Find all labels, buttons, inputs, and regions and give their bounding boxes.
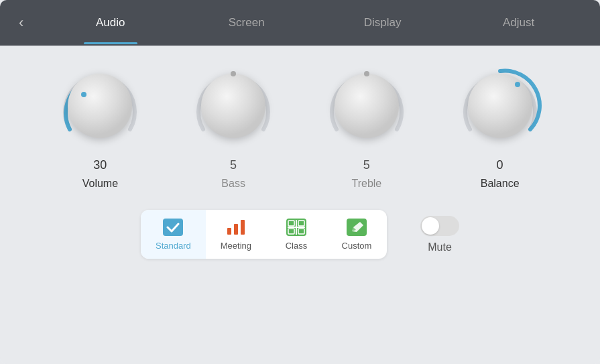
- svg-point-6: [468, 74, 532, 138]
- tab-display[interactable]: Display: [349, 11, 416, 35]
- header: ‹ Audio Screen Display Adjust: [0, 0, 600, 46]
- svg-rect-9: [227, 228, 231, 235]
- knobs-row: 30 Volume 5 Bass: [20, 59, 580, 190]
- bars-icon: [225, 218, 247, 237]
- bass-value: 5: [230, 158, 237, 172]
- grid-icon: [286, 218, 307, 237]
- mute-label: Mute: [428, 241, 452, 253]
- svg-rect-8: [163, 219, 183, 236]
- knob-treble-wrap: [320, 59, 414, 153]
- svg-point-5: [364, 71, 369, 76]
- preset-meeting-label: Meeting: [221, 241, 251, 251]
- mute-container: Mute: [420, 216, 459, 253]
- main-content: 30 Volume 5 Bass: [0, 46, 600, 364]
- tabs: Audio Screen Display Adjust: [42, 11, 587, 35]
- preset-custom-label: Custom: [342, 241, 372, 251]
- svg-point-4: [335, 74, 399, 138]
- knob-treble[interactable]: 5 Treble: [320, 59, 414, 190]
- svg-point-0: [68, 74, 132, 138]
- check-icon: [162, 218, 184, 237]
- svg-point-7: [515, 82, 520, 87]
- knob-volume[interactable]: 30 Volume: [53, 59, 147, 190]
- svg-point-2: [201, 74, 265, 138]
- balance-label: Balance: [481, 178, 520, 190]
- preset-standard[interactable]: Standard: [141, 210, 206, 259]
- app-container: ‹ Audio Screen Display Adjust: [0, 0, 600, 364]
- preset-class[interactable]: Class: [266, 210, 326, 259]
- pencil-icon: [346, 218, 367, 237]
- preset-meeting[interactable]: Meeting: [206, 210, 266, 259]
- treble-label: Treble: [351, 178, 381, 190]
- back-button[interactable]: ‹: [13, 11, 29, 34]
- knob-bass-wrap: [186, 59, 280, 153]
- presets-bar: Standard Meeting: [141, 210, 387, 259]
- knob-balance-wrap: [453, 59, 547, 153]
- svg-point-3: [231, 71, 236, 76]
- bottom-row: Standard Meeting: [20, 210, 580, 259]
- preset-standard-label: Standard: [156, 241, 191, 251]
- tab-adjust[interactable]: Adjust: [485, 11, 552, 35]
- svg-point-1: [81, 92, 86, 97]
- volume-value: 30: [93, 158, 107, 172]
- knob-volume-wrap: [53, 59, 147, 153]
- balance-value: 0: [497, 158, 503, 172]
- knob-balance[interactable]: 0 Balance: [453, 59, 547, 190]
- knob-bass[interactable]: 5 Bass: [186, 59, 280, 190]
- bass-label: Bass: [221, 178, 245, 190]
- mute-toggle[interactable]: [420, 216, 459, 236]
- preset-class-label: Class: [286, 241, 308, 251]
- svg-rect-10: [234, 224, 238, 235]
- svg-rect-11: [241, 220, 245, 235]
- toggle-knob: [422, 217, 439, 235]
- preset-custom[interactable]: Custom: [326, 210, 387, 259]
- tab-audio[interactable]: Audio: [77, 11, 144, 35]
- treble-value: 5: [363, 158, 370, 172]
- volume-label: Volume: [82, 178, 118, 190]
- tab-screen[interactable]: Screen: [213, 11, 280, 35]
